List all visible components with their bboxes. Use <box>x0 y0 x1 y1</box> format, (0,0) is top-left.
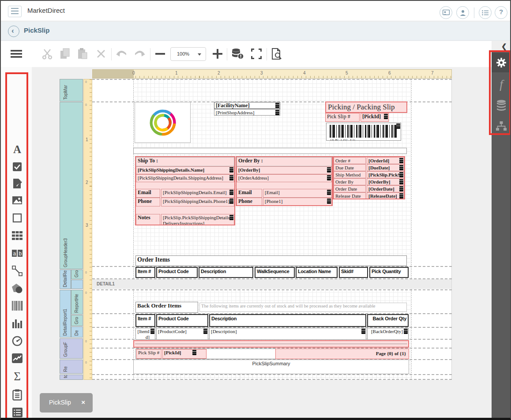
designer-menu-button[interactable] <box>9 46 24 61</box>
field-binding-icon <box>399 172 403 177</box>
ship-to-email[interactable]: [PickSlipShippingDetails.Email] <box>161 189 234 198</box>
redo-button[interactable] <box>132 46 147 61</box>
order-info-table[interactable]: Order # [OrderId] Due Date [DueDate] Shi… <box>333 156 405 199</box>
menu-list-button[interactable] <box>479 6 492 19</box>
back-chevron-icon: ‹ <box>11 26 14 35</box>
order-info-value[interactable]: [OrderBy] <box>367 178 404 185</box>
help-icon: ? <box>499 8 503 15</box>
close-icon[interactable]: × <box>81 398 85 406</box>
undo-button[interactable] <box>114 46 129 61</box>
pickslip-barcode[interactable]: {0.PickSlipId} <box>326 123 401 141</box>
design-surface[interactable]: [FacilityName] [PrintShopAddress] Pickin… <box>92 79 452 380</box>
ship-to-notes[interactable]: [PickSlip.PickSlipShippingDetails.Delive… <box>161 214 234 225</box>
band-top-margin[interactable]: TopMar <box>60 79 83 101</box>
app-menu-button[interactable] <box>8 6 22 17</box>
ship-to-address[interactable]: [PickSlipShippingDetails.ShippingAddress… <box>136 174 234 182</box>
order-by-address[interactable]: [OrderAddress] <box>237 174 332 182</box>
back-order-col[interactable]: Back Order Qty <box>367 314 409 327</box>
order-by-phone[interactable]: [Phone1] <box>263 198 332 206</box>
cut-icon <box>41 48 53 60</box>
paste-button[interactable] <box>75 46 90 61</box>
cut-button[interactable] <box>40 46 55 61</box>
band-bottom[interactable]: to <box>60 375 83 380</box>
order-info-value[interactable]: [OrderDate] <box>367 185 404 192</box>
order-by-table[interactable]: Order By : [OrderBy] [OrderAddress] Emai… <box>236 156 333 206</box>
summary-panel[interactable]: PickSlipSummary <box>133 360 409 374</box>
band-detail-sub1[interactable] <box>71 280 83 289</box>
help-button[interactable]: ? <box>495 6 507 19</box>
order-items-title[interactable]: Order Items <box>135 255 407 266</box>
back-order-cell[interactable]: [Description] <box>209 328 366 340</box>
back-order-cell[interactable]: [ProductCode] <box>156 328 208 340</box>
band-detail-report[interactable]: DetailRe <box>60 270 71 289</box>
order-by-email[interactable]: [Email] <box>263 189 332 198</box>
pick-slip-no-label[interactable]: Pick Slip # <box>325 113 360 122</box>
footer-pick-slip-label[interactable]: Pick Slip # <box>136 349 162 359</box>
pick-id-field[interactable]: [PickId] <box>361 113 389 122</box>
footer-page-number[interactable]: Page {0} of {1} <box>275 349 409 359</box>
ship-to-table[interactable]: Ship To : [PickSlipShippingDetails.Name]… <box>135 156 235 225</box>
document-tab-label: PickSlip <box>49 399 71 406</box>
delete-button[interactable] <box>94 46 109 61</box>
ship-to-phone[interactable]: [PickSlipShippingDetails.Phone1] <box>161 198 234 206</box>
spacer-panel[interactable] <box>133 148 407 154</box>
slip-title-label[interactable]: Picking / Packing Slip <box>325 101 407 113</box>
validate-data-button[interactable] <box>230 46 245 61</box>
order-items-col[interactable]: WalkSequence <box>255 267 295 278</box>
screen-share-button[interactable] <box>440 6 452 19</box>
dotted-rule <box>135 344 407 344</box>
footer-pick-id[interactable]: [PickId] <box>162 349 207 359</box>
order-info-label: Order Date <box>334 185 366 192</box>
order-items-col[interactable]: Product Code <box>156 267 198 278</box>
preview-button[interactable] <box>269 46 284 61</box>
back-order-col[interactable]: Item # <box>135 314 155 327</box>
order-by-name[interactable]: [OrderBy] <box>237 166 332 174</box>
band-detail-sub2[interactable]: De <box>71 326 83 338</box>
document-tab-pickslip[interactable]: PickSlip × <box>40 393 93 412</box>
copy-button[interactable] <box>57 46 72 61</box>
order-items-col[interactable]: Description <box>199 267 253 278</box>
detail1-band-bar[interactable]: DETAIL1 <box>93 279 451 289</box>
ruler-origin: 0 <box>85 361 87 364</box>
order-items-col[interactable]: Skid# <box>339 267 368 278</box>
field-binding-icon <box>275 110 279 115</box>
paste-icon <box>77 48 88 60</box>
ship-to-name[interactable]: [PickSlipShippingDetails.Name] <box>136 166 234 174</box>
band-report-footer[interactable]: Re <box>60 360 83 374</box>
collapse-panel-chevron[interactable]: ❮ <box>501 42 507 50</box>
facility-name-field[interactable]: [FacilityName] <box>214 102 280 109</box>
band-detail-report1[interactable]: DetailReport1 <box>60 290 71 338</box>
print-shop-address-field[interactable]: [PrintShopAddress] <box>214 109 280 116</box>
order-items-col[interactable]: Item # <box>135 267 155 278</box>
band-report-header[interactable]: ReportHe <box>71 290 83 315</box>
chevron-down-icon <box>198 53 201 56</box>
back-button[interactable]: ‹ <box>8 26 19 37</box>
back-order-cell[interactable]: [BackOrderQty] <box>367 328 409 340</box>
order-items-col[interactable]: Location Name <box>296 267 338 278</box>
order-info-value[interactable]: [PickSlip.PickSlipShippingDetails.ShipMe… <box>367 171 404 178</box>
order-info-value[interactable]: [OrderId] <box>367 157 404 164</box>
band-group-footer[interactable]: GroupF <box>60 338 83 359</box>
logo-picture-box[interactable] <box>135 102 191 143</box>
zoom-level-select[interactable]: 100% <box>170 47 206 61</box>
order-items-col[interactable]: Pick Quantity <box>369 267 409 278</box>
zoom-out-button[interactable] <box>153 46 168 61</box>
fit-page-button[interactable] <box>249 46 264 61</box>
field-binding-icon <box>229 175 233 180</box>
ruler-origin: 0 <box>85 103 87 106</box>
back-order-title[interactable]: Back Order Items <box>135 302 198 313</box>
order-info-value[interactable]: [ReleaseDate] <box>367 192 404 199</box>
field-binding-icon <box>327 167 331 172</box>
zoom-in-button[interactable] <box>210 46 225 61</box>
band-group-header3[interactable]: GroupHeader3 <box>60 102 83 269</box>
account-button[interactable] <box>456 6 469 19</box>
back-order-col[interactable]: Description <box>209 314 366 327</box>
back-order-col[interactable]: Product Code <box>156 314 208 327</box>
band-group-sub1[interactable]: Gro <box>71 270 83 279</box>
order-info-value[interactable]: [DueDate] <box>367 164 404 171</box>
back-order-note[interactable]: The following items are currently out of… <box>199 303 407 312</box>
footer-separator-bar[interactable] <box>133 340 409 348</box>
band-group-sub2[interactable]: Gro <box>71 315 83 326</box>
toolbar-divider <box>227 48 227 60</box>
back-order-cell[interactable]: [ItemId] <box>135 328 155 340</box>
